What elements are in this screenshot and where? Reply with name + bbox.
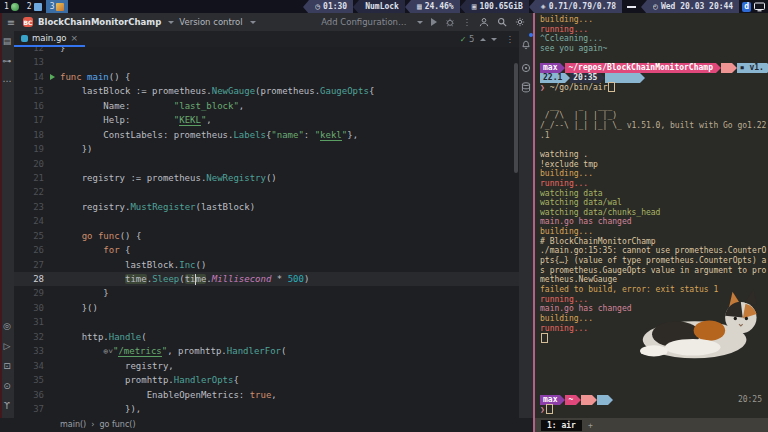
line-number[interactable]: 17 xyxy=(14,113,44,127)
line-number[interactable]: 35 xyxy=(14,373,44,387)
left-tool-strip: ▤⊶⋯ ◎▷⊡⊙ϒ xyxy=(0,31,14,418)
close-icon[interactable]: × xyxy=(71,33,79,43)
code-line-29: 29 } xyxy=(14,286,519,300)
line-number[interactable]: 19 xyxy=(14,142,44,156)
inspection-count: 5 xyxy=(469,34,474,44)
breadcrumb-item[interactable]: main() xyxy=(60,420,86,429)
more-icon[interactable]: ⋮ xyxy=(506,34,515,44)
notifications-bell-icon[interactable] xyxy=(521,35,531,54)
workspace-1[interactable]: 1 xyxy=(0,0,23,13)
terminal-line: # BlockChainMonitorChamp xyxy=(540,237,768,247)
profiler-icon[interactable]: ◎ xyxy=(0,316,14,336)
line-number[interactable]: 22 xyxy=(14,185,44,199)
line-number[interactable]: 23 xyxy=(14,200,44,214)
search-icon[interactable] xyxy=(497,17,507,27)
debug-button[interactable] xyxy=(445,17,455,27)
line-number[interactable]: 30 xyxy=(14,301,44,315)
main-menu-icon[interactable]: ≡ xyxy=(4,17,18,28)
terminal-line: pts{…} (value of type prometheus.Counter… xyxy=(540,256,768,266)
editor-scrollbar[interactable] xyxy=(514,63,518,173)
run-gutter-icon[interactable] xyxy=(50,74,55,80)
terminal-tab-air[interactable]: 1: air xyxy=(541,420,582,431)
line-number[interactable]: 34 xyxy=(14,359,44,373)
workspace-2[interactable]: 2 xyxy=(23,0,46,13)
settings-gear-icon[interactable] xyxy=(515,17,525,27)
line-number[interactable]: 26 xyxy=(14,243,44,257)
code-line-35: 35 promhttp.HandlerOpts{ xyxy=(14,373,519,387)
terminal-line: ./main.go:15:35: cannot use prometheus.C… xyxy=(540,246,768,256)
new-tab-button[interactable]: + xyxy=(588,421,593,430)
editor-tab-bar: main.go × ✓ 5 ⋮ xyxy=(14,31,520,47)
line-number[interactable]: 20 xyxy=(14,157,44,171)
tab-main-go[interactable]: main.go × xyxy=(14,31,85,47)
cpu-icon: ◈ xyxy=(541,2,546,11)
inspections-widget[interactable]: ✓ 5 ⋮ xyxy=(460,34,520,44)
workspace-switcher[interactable]: 123 xyxy=(0,0,68,13)
line-number[interactable]: 14 xyxy=(14,70,44,84)
code-line-13: 13 xyxy=(14,55,519,69)
inspection-check-icon: ✓ xyxy=(460,35,467,44)
more-actions-icon[interactable]: ⋮ xyxy=(463,17,472,27)
line-number[interactable]: 33 xyxy=(14,344,44,358)
breadcrumb-item[interactable]: go func() xyxy=(99,420,135,429)
tab-label: main.go xyxy=(32,33,67,43)
services-icon[interactable]: ⊡ xyxy=(0,356,14,376)
project-selector[interactable]: BlockChainMonitorChamp xyxy=(38,17,161,27)
line-number[interactable]: 32 xyxy=(14,330,44,344)
terminal-line: running... xyxy=(540,25,768,35)
line-number[interactable]: 21 xyxy=(14,171,44,185)
line-number[interactable]: 12 xyxy=(14,47,44,55)
user-icon[interactable] xyxy=(479,17,489,27)
line-number[interactable]: 25 xyxy=(14,229,44,243)
system-tray[interactable]: d xyxy=(739,2,768,12)
line-number[interactable]: 36 xyxy=(14,388,44,402)
code-line-14: 14func main() { xyxy=(14,70,519,84)
line-number[interactable]: 31 xyxy=(14,315,44,329)
code-line-24: 24 xyxy=(14,214,519,228)
terminal-line: !exclude tmp xyxy=(540,160,768,170)
terminal-line: watching data/chunks_head xyxy=(540,208,768,218)
display-tray-icon[interactable] xyxy=(754,2,765,12)
terminal-line: main.go has changed xyxy=(540,217,768,227)
terminal-line: watching . xyxy=(540,150,768,160)
segment-uptime: ◷01:30 xyxy=(309,0,353,13)
next-problem-icon[interactable] xyxy=(491,38,497,41)
line-number[interactable]: 15 xyxy=(14,84,44,98)
terminal-line xyxy=(540,54,768,64)
segment-datetime: ◴Wed 20.03 20:44 xyxy=(647,0,739,13)
code-line-34: 34 registry, xyxy=(14,359,519,373)
terminal-cursor xyxy=(546,404,553,414)
prev-problem-icon[interactable] xyxy=(480,38,486,41)
branch-icon[interactable]: ϒ xyxy=(0,396,14,416)
line-number[interactable]: 18 xyxy=(14,128,44,142)
run-configuration-selector[interactable]: Add Configuration… xyxy=(321,17,406,27)
project-logo[interactable]: BC xyxy=(23,17,33,27)
database-icon[interactable] xyxy=(521,82,531,93)
ai-assistant-icon[interactable] xyxy=(521,63,531,73)
terminal-prompt-bottom: max~ 20:25❯ xyxy=(540,395,768,414)
commit-icon[interactable]: ⊶ xyxy=(0,51,14,71)
line-number[interactable]: 16 xyxy=(14,99,44,113)
terminal-tab-bar: 1: air + xyxy=(535,418,768,432)
terminal-window[interactable]: building...running...^Ccleaning...see yo… xyxy=(533,13,768,432)
problems-icon[interactable]: ⊙ xyxy=(0,376,14,396)
clock-icon: ◴ xyxy=(653,2,658,11)
ide-window: ≡ BC BlockChainMonitorChamp Version cont… xyxy=(0,13,533,432)
folder-icon[interactable]: ▤ xyxy=(0,31,14,51)
line-number[interactable]: 13 xyxy=(14,55,44,69)
disk-icon: ▣ xyxy=(472,2,477,11)
line-number[interactable]: 27 xyxy=(14,258,44,272)
line-number[interactable]: 24 xyxy=(14,214,44,228)
line-number[interactable]: 29 xyxy=(14,286,44,300)
line-number[interactable]: 37 xyxy=(14,402,44,416)
line-number[interactable]: 28 xyxy=(14,272,44,286)
more-icon[interactable]: ⋯ xyxy=(0,71,14,91)
code-editor[interactable]: 12}1314func main() {15 lastBlock := prom… xyxy=(14,47,519,418)
run-button[interactable] xyxy=(431,18,437,26)
run-icon[interactable]: ▷ xyxy=(0,336,14,356)
breadcrumb[interactable]: main()›go func() xyxy=(14,418,533,431)
keyboard-layout-indicator[interactable]: d xyxy=(742,2,751,12)
vcs-widget[interactable]: Version control xyxy=(179,17,242,27)
terminal-line: running... xyxy=(540,179,768,189)
workspace-3[interactable]: 3 xyxy=(46,0,69,13)
